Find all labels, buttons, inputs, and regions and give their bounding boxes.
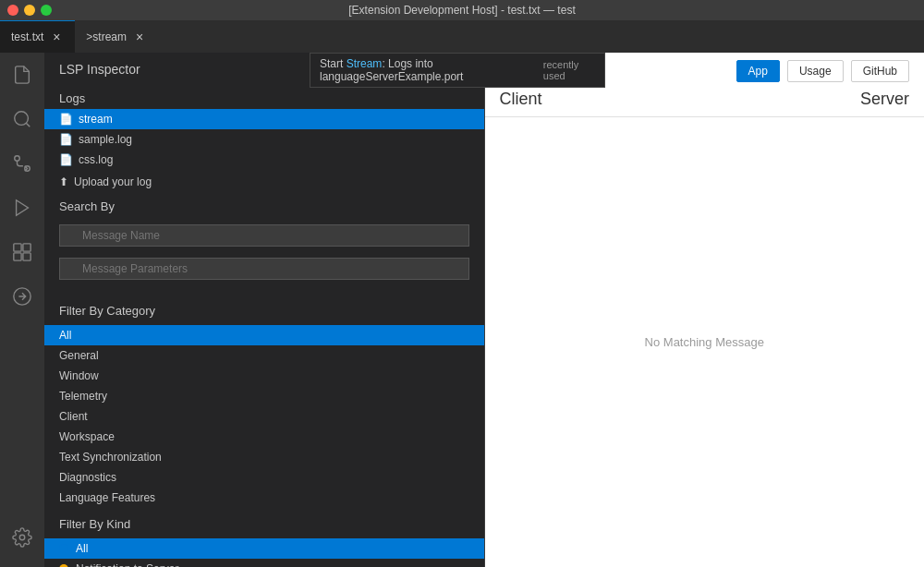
filter-kind-section: All Notification to Server Notification …: [44, 535, 484, 567]
autocomplete-text: Start Stream: Logs into languageServerEx…: [320, 57, 543, 83]
autocomplete-dropdown: Start Stream: Logs into languageServerEx…: [310, 53, 605, 88]
log-item-stream[interactable]: 📄 stream: [44, 109, 484, 129]
right-panel: App Usage GitHub Client Server No Matchi…: [485, 53, 925, 567]
filter-text-sync[interactable]: Text Synchronization: [44, 447, 484, 467]
svg-point-0: [15, 112, 29, 126]
message-name-wrapper: 🔍: [59, 224, 469, 252]
svg-rect-7: [14, 253, 21, 260]
github-button[interactable]: GitHub: [851, 60, 909, 82]
maximize-button[interactable]: [41, 5, 52, 16]
upload-icon: ⬆: [59, 175, 68, 188]
activity-bottom: [0, 515, 44, 567]
server-label: Server: [724, 90, 909, 109]
extensions-icon[interactable]: [0, 230, 44, 274]
message-params-input[interactable]: [59, 258, 469, 280]
activity-bar: [0, 53, 44, 567]
filter-all[interactable]: All: [44, 325, 484, 345]
filter-telemetry[interactable]: Telemetry: [44, 386, 484, 406]
filter-category-title: Filter By Category: [44, 298, 484, 321]
filter-client[interactable]: Client: [44, 406, 484, 427]
file-icon: 📄: [59, 133, 73, 146]
upload-log-button[interactable]: ⬆ Upload your log: [44, 170, 484, 194]
svg-rect-6: [23, 244, 30, 251]
search-activity-icon[interactable]: [0, 97, 44, 141]
message-name-input[interactable]: [59, 224, 469, 247]
svg-marker-4: [17, 200, 29, 216]
source-control-icon[interactable]: [0, 141, 44, 186]
svg-rect-8: [23, 253, 30, 260]
filter-general[interactable]: General: [44, 345, 484, 366]
svg-point-10: [19, 535, 25, 540]
main-layout: LSP Inspector Logs 📄 stream 📄 sample.log…: [0, 53, 924, 567]
app-button[interactable]: App: [736, 60, 780, 82]
autocomplete-item[interactable]: Start Stream: Logs into languageServerEx…: [310, 54, 604, 87]
usage-button[interactable]: Usage: [787, 60, 844, 82]
no-matching-message: No Matching Message: [645, 335, 764, 349]
client-label: Client: [500, 90, 725, 109]
message-params-wrapper: 🔍: [59, 258, 469, 285]
tab-bar: test.txt × >stream × Start Stream: Logs …: [0, 20, 924, 53]
logs-section-title: Logs: [44, 86, 484, 109]
svg-line-1: [26, 123, 30, 127]
lsp-panel: LSP Inspector Logs 📄 stream 📄 sample.log…: [44, 53, 485, 567]
content-area: LSP Inspector Logs 📄 stream 📄 sample.log…: [44, 53, 924, 567]
tab-close-icon[interactable]: ×: [49, 30, 64, 44]
title-bar: [Extension Development Host] - test.txt …: [0, 0, 924, 20]
log-item-css[interactable]: 📄 css.log: [44, 150, 484, 170]
files-icon[interactable]: [0, 53, 44, 97]
tab-close-icon[interactable]: ×: [132, 30, 147, 44]
header-buttons: App Usage GitHub: [736, 60, 909, 82]
search-section: 🔍 🔍: [44, 217, 484, 298]
filter-workspace[interactable]: Workspace: [44, 427, 484, 447]
filter-diagnostics[interactable]: Diagnostics: [44, 467, 484, 488]
search-by-title: Search By: [44, 194, 484, 217]
file-icon: 📄: [59, 153, 73, 166]
filter-window[interactable]: Window: [44, 366, 484, 386]
file-icon: 📄: [59, 113, 73, 126]
filter-category-section: All General Window Telemetry Client Work…: [44, 321, 484, 512]
filter-language-features[interactable]: Language Features: [44, 488, 484, 508]
tab-label: >stream: [86, 30, 127, 43]
tab-stream[interactable]: >stream ×: [75, 20, 158, 53]
log-item-sample[interactable]: 📄 sample.log: [44, 129, 484, 150]
svg-rect-5: [14, 244, 21, 251]
debug-icon[interactable]: [0, 186, 44, 230]
close-button[interactable]: [7, 5, 18, 16]
tab-test-txt[interactable]: test.txt ×: [0, 20, 75, 53]
right-content: No Matching Message: [485, 117, 925, 567]
kind-notification-to-server[interactable]: Notification to Server: [44, 559, 484, 567]
kind-dot-all: [59, 544, 68, 553]
tab-label: test.txt: [11, 30, 43, 43]
svg-point-3: [15, 156, 20, 162]
remote-icon[interactable]: [0, 274, 44, 319]
traffic-lights: [7, 5, 52, 16]
minimize-button[interactable]: [24, 5, 35, 16]
filter-kind-title: Filter By Kind: [44, 512, 484, 535]
window-title: [Extension Development Host] - test.txt …: [348, 4, 575, 17]
right-columns: Client Server: [485, 90, 925, 117]
settings-icon[interactable]: [0, 515, 44, 560]
recently-used-badge: recently used: [543, 59, 595, 81]
kind-all[interactable]: All: [44, 538, 484, 559]
